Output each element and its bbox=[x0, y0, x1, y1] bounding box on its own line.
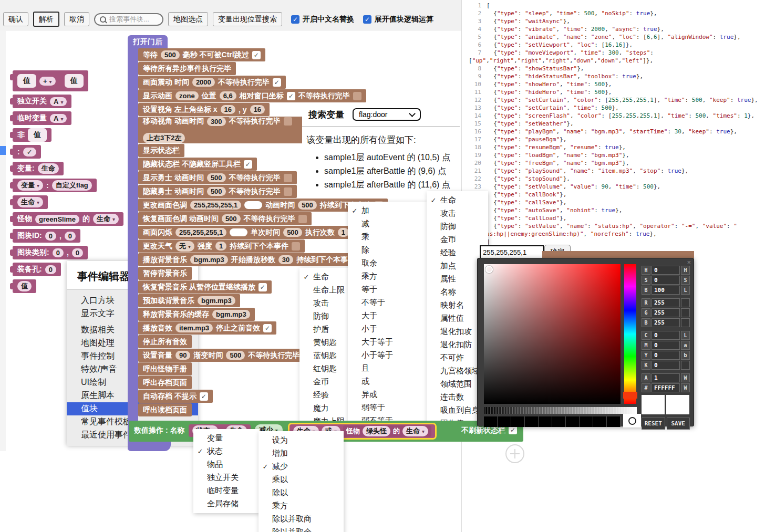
saved-color-swatch[interactable] bbox=[484, 416, 498, 427]
menu-item[interactable]: 攻击 bbox=[427, 207, 488, 220]
block-row[interactable]: 设置音量90渐变时间500不等待执行完毕 bbox=[138, 349, 316, 362]
picker-channel-value[interactable]: 255 bbox=[652, 308, 680, 317]
block-row[interactable]: 显示状态栏 bbox=[138, 144, 184, 157]
block-dropdown[interactable]: 生命 bbox=[93, 214, 119, 224]
menu-item[interactable]: 等于 bbox=[348, 283, 427, 296]
block-row[interactable]: 隐藏勇士 动画时间500不等待执行完毕 bbox=[138, 185, 297, 198]
menu-item[interactable]: 全局存储 bbox=[193, 497, 260, 510]
block-field[interactable]: item.mp3 bbox=[175, 324, 213, 332]
block-field[interactable]: 300 bbox=[207, 117, 226, 126]
picker-channel-value[interactable]: 0 bbox=[652, 331, 680, 340]
menu-item[interactable]: 小于 bbox=[348, 322, 427, 336]
enemy-id-field[interactable]: 绿头怪 bbox=[363, 426, 390, 436]
block-checkbox-unchecked[interactable] bbox=[353, 92, 361, 100]
block-dropdown[interactable]: A bbox=[50, 97, 67, 106]
reset-button[interactable]: RESET bbox=[642, 418, 665, 430]
block-dropdown[interactable]: 生命 bbox=[17, 197, 43, 207]
menu-item[interactable]: 且 bbox=[348, 362, 427, 375]
block-row[interactable]: 怪物greenSlime的生命 bbox=[13, 212, 123, 226]
saturation-brightness-area[interactable] bbox=[484, 264, 621, 404]
picker-channel-value[interactable]: 0 bbox=[652, 341, 680, 350]
menu-item[interactable]: 大于 bbox=[348, 309, 427, 322]
menu-item[interactable]: 护盾 bbox=[299, 323, 353, 336]
menu-item[interactable]: 乘方 bbox=[348, 270, 427, 283]
menu-item[interactable]: 金币 bbox=[299, 375, 353, 389]
value-socket[interactable]: 值 bbox=[65, 74, 84, 88]
block-field[interactable]: 1 bbox=[338, 228, 349, 237]
saved-color-swatch[interactable] bbox=[525, 416, 539, 427]
hue-slider-thumb[interactable] bbox=[623, 392, 637, 399]
block-row[interactable]: 暂停背景音乐 bbox=[138, 267, 192, 280]
menu-item[interactable]: 金币 bbox=[427, 233, 488, 246]
value-socket[interactable]: 值 bbox=[28, 128, 47, 142]
block-row[interactable]: 变量:生命 bbox=[13, 162, 64, 175]
menu-item[interactable]: 除 bbox=[348, 244, 427, 257]
block-field[interactable]: bgm.mp3 bbox=[198, 296, 235, 305]
saved-color-swatch[interactable] bbox=[511, 416, 525, 427]
picker-channel-value[interactable]: 255 bbox=[652, 318, 680, 327]
menu-item[interactable]: 乘方 bbox=[259, 499, 344, 513]
block-row[interactable]: 画面震动 时间2000不等待执行完毕✓ bbox=[138, 76, 286, 89]
block-field[interactable]: 6,6 bbox=[220, 91, 236, 100]
block-row[interactable]: 装备孔:0 bbox=[13, 263, 61, 276]
sv-marker[interactable] bbox=[485, 266, 493, 273]
block-dropdown[interactable]: 变量 bbox=[17, 180, 43, 191]
block-row[interactable]: 预加载背景音乐bgm.mp3 bbox=[138, 294, 240, 307]
block-checkbox-unchecked[interactable] bbox=[284, 174, 292, 182]
picker-channel-value[interactable]: 255 bbox=[652, 298, 680, 307]
menu-item[interactable]: ✓生命 bbox=[427, 194, 488, 207]
block-row[interactable]: 图块类别:0,0 bbox=[13, 246, 88, 259]
block-checkbox-checked[interactable]: ✓ bbox=[263, 324, 272, 332]
block-row[interactable]: 隐藏状态栏 不隐藏竖屏工具栏✓ bbox=[138, 158, 257, 171]
picker-alt-label[interactable]: L bbox=[681, 286, 690, 295]
menu-item[interactable]: 增加 bbox=[259, 447, 344, 460]
picker-alt-label[interactable]: W bbox=[681, 373, 690, 382]
confirm-button[interactable]: 确认 bbox=[3, 12, 28, 26]
block-field[interactable]: 自定义flag bbox=[52, 180, 92, 191]
menu-item[interactable]: 除以并取余 bbox=[259, 526, 344, 532]
block-field[interactable]: 0 bbox=[45, 232, 56, 241]
block-search-input[interactable]: 搜索事件块... bbox=[94, 13, 163, 26]
container-block-spine[interactable] bbox=[128, 47, 138, 450]
block-row[interactable]: 显示勇士 动画时间500不等待执行完毕 bbox=[138, 171, 297, 184]
block-row[interactable]: 呼出怪物手册 bbox=[138, 362, 192, 375]
alpha-slider[interactable] bbox=[484, 407, 637, 414]
zoom-in-button[interactable] bbox=[505, 444, 524, 463]
variable-search-button[interactable]: 变量出现位置搜索 bbox=[213, 12, 282, 26]
picker-channel-value[interactable]: 0 bbox=[652, 266, 680, 275]
cancel-button[interactable]: 取消 bbox=[64, 12, 89, 26]
block-row[interactable]: 独立开关A bbox=[13, 95, 71, 108]
block-field[interactable]: 值 bbox=[17, 281, 32, 291]
block-field[interactable]: 0 bbox=[45, 265, 56, 274]
menu-item[interactable]: 异或 bbox=[348, 388, 427, 401]
variable-select[interactable]: flag:door bbox=[353, 108, 421, 121]
block-row[interactable]: 临时变量A bbox=[13, 111, 71, 125]
menu-item[interactable]: 乘 bbox=[348, 231, 427, 244]
block-dropdown[interactable]: + bbox=[39, 77, 56, 86]
menu-item[interactable]: 黄钥匙 bbox=[299, 336, 353, 349]
enemy-attr-dropdown[interactable]: 生命 bbox=[402, 426, 428, 436]
menu-item[interactable]: 红钥匙 bbox=[299, 362, 353, 375]
enemy-attr-block[interactable]: 怪物 绿头怪 的 生命 bbox=[343, 425, 431, 437]
block-row[interactable]: 设置视角 左上角坐标 x16, y16 bbox=[138, 103, 270, 116]
menu-item[interactable]: ✓减少 bbox=[259, 460, 344, 473]
menu-item[interactable]: ✓生命 bbox=[299, 270, 353, 284]
block-row[interactable]: 生命 bbox=[13, 195, 48, 209]
block-field[interactable]: greenSlime bbox=[35, 215, 79, 224]
block-row[interactable]: 播放音效item.mp3停止之前音效✓ bbox=[138, 321, 276, 335]
picker-channel-value[interactable]: 0 bbox=[652, 361, 680, 370]
block-field[interactable]: 16 bbox=[221, 105, 235, 114]
picker-channel-value[interactable]: 0 bbox=[652, 351, 680, 360]
block-row[interactable]: 呼出读档页面 bbox=[138, 403, 192, 416]
current-color-swatch[interactable] bbox=[623, 414, 641, 427]
save-button[interactable]: SAVE bbox=[667, 418, 690, 430]
block-checkbox-unchecked[interactable] bbox=[284, 187, 292, 196]
picker-channel-value[interactable]: 100 bbox=[652, 286, 680, 295]
expand-logic-checkbox[interactable]: ✓ bbox=[363, 15, 371, 24]
block-checkbox-checked[interactable]: ✓ bbox=[273, 78, 281, 87]
block-field[interactable]: 1 bbox=[215, 242, 226, 251]
menu-item[interactable]: 取余 bbox=[348, 257, 427, 270]
menu-item[interactable]: 或 bbox=[348, 375, 427, 388]
block-field[interactable]: 255,255,255,1 bbox=[175, 228, 226, 237]
block-field[interactable]: 500 bbox=[226, 351, 245, 360]
